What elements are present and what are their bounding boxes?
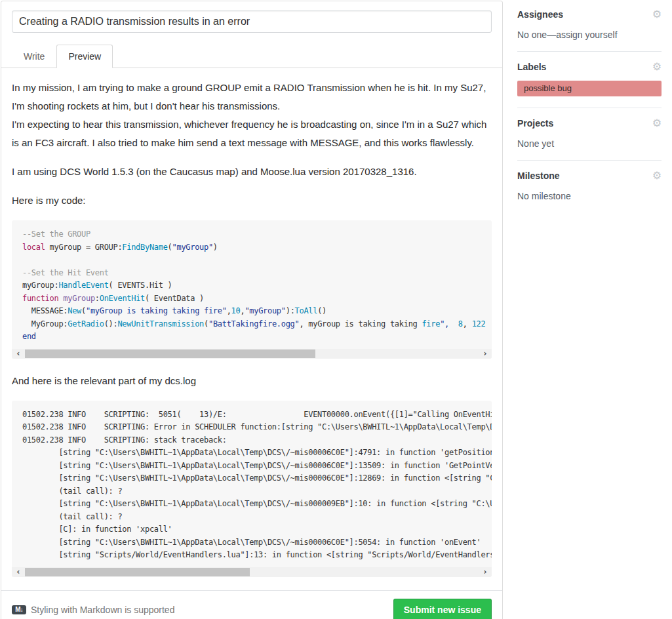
paragraph-code-intro: Here is my code: (12, 191, 492, 210)
scroll-right-icon[interactable]: › (479, 567, 492, 577)
log-line: [string "Scripts/World/EventHandlers.lua… (22, 549, 481, 562)
code-line: MESSAGE:New("myGroup is taking taking fi… (22, 305, 481, 318)
gear-icon[interactable]: ⚙ (652, 118, 662, 129)
code-line (22, 254, 481, 267)
log-line: (tail call): ? (22, 485, 481, 498)
log-scrollbar-track[interactable] (25, 567, 479, 577)
log-line: [string "C:\Users\BWHITL~1\AppData\Local… (22, 447, 481, 460)
log-line: 01502.238 INFO SCRIPTING: 5051( 13)/E: E… (22, 409, 481, 422)
paragraph-versions: I am using DCS World 1.5.3 (on the Cauca… (12, 163, 492, 181)
log-line: [string "C:\Users\BWHITL~1\AppData\Local… (22, 498, 481, 511)
paragraph-mission-line1: In my mission, I am trying to make a gro… (12, 79, 492, 115)
markdown-note-text: Styling with Markdown is supported (31, 605, 174, 615)
code-line: myGroup:HandleEvent( EVENTS.Hit ) (22, 279, 481, 292)
lua-code-lines: --Set the GROUPlocal myGroup = GROUP:Fin… (12, 220, 492, 349)
log-code-lines: 01502.238 INFO SCRIPTING: 5051( 13)/E: E… (12, 401, 492, 567)
submit-new-issue-button[interactable]: Submit new issue (393, 599, 492, 619)
log-line: 01502.238 INFO SCRIPTING: stack tracebac… (22, 434, 481, 447)
scroll-left-icon[interactable]: ‹ (12, 567, 25, 577)
assignees-value[interactable]: No one—assign yourself (517, 30, 662, 40)
sidebar-section-projects: Projects ⚙ None yet (517, 118, 662, 161)
paragraph-log-intro: And here is the relevant part of my dcs.… (12, 372, 492, 390)
paragraph-mission: In my mission, I am trying to make a gro… (12, 79, 492, 152)
milestone-title: Milestone (517, 170, 560, 181)
issue-form-panel: Write Preview In my mission, I am trying… (1, 1, 503, 619)
log-line: [string "C:\Users\BWHITL~1\AppData\Local… (22, 460, 481, 473)
code-line: end (22, 330, 481, 344)
log-code-scrollbar[interactable]: ‹ › (12, 567, 492, 577)
scroll-right-icon[interactable]: › (479, 349, 492, 359)
log-line: [string "C:\Users\BWHITL~1\AppData\Local… (22, 536, 481, 549)
form-footer: M↓ Styling with Markdown is supported Su… (1, 590, 502, 619)
log-code-block: 01502.238 INFO SCRIPTING: 5051( 13)/E: E… (12, 401, 492, 577)
labels-title: Labels (517, 62, 546, 72)
lua-scrollbar-thumb[interactable] (25, 349, 315, 358)
log-line: 01502.238 INFO SCRIPTING: Error in SCHED… (22, 421, 481, 434)
projects-title: Projects (517, 118, 553, 129)
lua-scrollbar-track[interactable] (25, 349, 479, 359)
tab-preview[interactable]: Preview (56, 45, 113, 68)
milestone-value: No milestone (517, 191, 662, 201)
sidebar-section-assignees: Assignees ⚙ No one—assign yourself (517, 9, 662, 52)
log-line: [C]: in function 'xpcall' (22, 523, 481, 536)
log-scrollbar-thumb[interactable] (25, 568, 250, 576)
log-line: (tail call): ? (22, 511, 481, 524)
gear-icon[interactable]: ⚙ (652, 170, 662, 181)
scroll-left-icon[interactable]: ‹ (12, 349, 25, 359)
code-line: local myGroup = GROUP:FindByName("myGrou… (22, 241, 481, 254)
lua-code-scrollbar[interactable]: ‹ › (12, 349, 492, 359)
tab-write[interactable]: Write (12, 45, 56, 68)
label-chip-possible-bug: possible bug (517, 81, 662, 96)
gear-icon[interactable]: ⚙ (652, 62, 662, 72)
preview-body: In my mission, I am trying to make a gro… (1, 68, 502, 577)
code-line: function myGroup:OnEventHit( EventData ) (22, 292, 481, 306)
code-line: --Set the Hit Event (22, 267, 481, 280)
paragraph-mission-line2: I'm expecting to hear this transmission,… (12, 115, 492, 152)
sidebar-section-milestone: Milestone ⚙ No milestone (517, 170, 662, 212)
projects-value: None yet (517, 138, 662, 149)
lua-code-block: --Set the GROUPlocal myGroup = GROUP:Fin… (12, 220, 492, 359)
sidebar-section-labels: Labels ⚙ possible bug (517, 62, 662, 108)
gear-icon[interactable]: ⚙ (652, 9, 662, 20)
issue-sidebar: Assignees ⚙ No one—assign yourself Label… (517, 1, 662, 222)
new-issue-page: Write Preview In my mission, I am trying… (0, 0, 672, 619)
code-line: MyGroup:GetRadio():NewUnitTransmission("… (22, 318, 481, 331)
issue-title-input[interactable] (12, 10, 492, 33)
assignees-title: Assignees (517, 9, 563, 20)
markdown-icon: M↓ (12, 605, 26, 614)
log-line: [string "C:\Users\BWHITL~1\AppData\Local… (22, 472, 481, 485)
markdown-support-note: M↓ Styling with Markdown is supported (12, 605, 174, 615)
code-line: --Set the GROUP (22, 228, 481, 241)
write-preview-tab-bar: Write Preview (1, 45, 502, 68)
